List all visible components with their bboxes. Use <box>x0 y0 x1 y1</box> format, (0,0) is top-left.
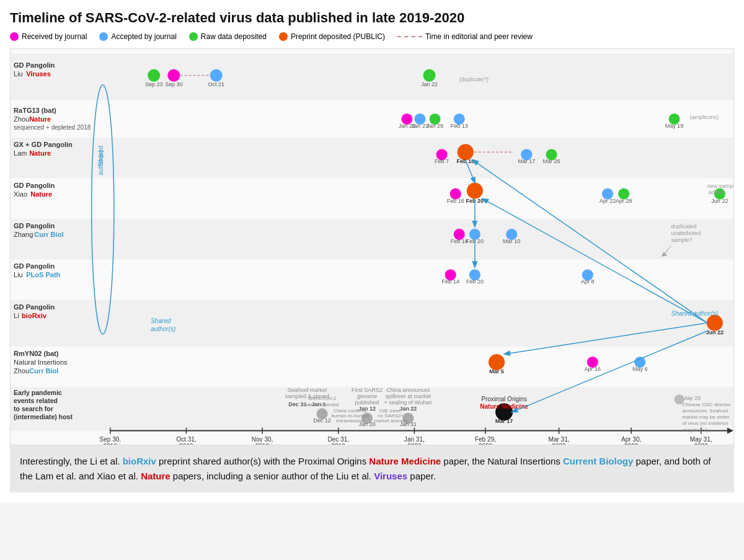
svg-text:Jan 23: Jan 23 <box>412 123 428 129</box>
svg-text:Zhang: Zhang <box>14 231 33 238</box>
svg-text:Mar 26: Mar 26 <box>542 158 560 164</box>
legend: Received by journal Accepted by journal … <box>10 32 734 41</box>
svg-text:genome: genome <box>357 393 378 399</box>
svg-text:First SARS2: First SARS2 <box>352 387 383 393</box>
svg-text:sequenced + depleted 2018: sequenced + depleted 2018 <box>14 124 91 131</box>
svg-text:GD Pangolin: GD Pangolin <box>14 222 55 229</box>
svg-text:RaTG13 (bat): RaTG13 (bat) <box>14 107 56 114</box>
svg-text:(intermediate) host: (intermediate) host <box>14 413 73 420</box>
svg-rect-4 <box>11 219 733 259</box>
svg-text:cases detected: cases detected <box>306 402 339 407</box>
bottom-text-prefix: Interestingly, the Li et al. <box>20 456 123 466</box>
svg-text:Mar 31,: Mar 31, <box>549 436 570 443</box>
svg-point-73 <box>210 69 223 82</box>
preprint-icon <box>279 32 288 41</box>
svg-text:to search for: to search for <box>14 405 53 412</box>
timeline-area: GD Pangolin Liu Viruses RaTG13 (bat) Zho… <box>10 48 734 445</box>
svg-text:Apr 16: Apr 16 <box>585 366 601 372</box>
svg-text:Shared: Shared <box>151 318 171 324</box>
svg-text:Feb 13: Feb 13 <box>451 123 468 129</box>
svg-text:2020: 2020 <box>407 443 422 445</box>
svg-text:(amplicons): (amplicons) <box>690 114 719 120</box>
svg-text:GX + GD Pangolin: GX + GD Pangolin <box>14 141 73 148</box>
svg-text:Mar 17: Mar 17 <box>518 158 535 164</box>
svg-text:PLoS Path: PLoS Path <box>26 271 60 278</box>
bottom-text-middle1: preprint shared author(s) with the Proxi… <box>156 456 369 466</box>
svg-text:Curr Biol: Curr Biol <box>29 367 58 375</box>
svg-text:Nature: Nature <box>30 190 52 198</box>
svg-text:Nov 30,: Nov 30, <box>252 436 273 443</box>
svg-text:Chinese CDC director: Chinese CDC director <box>683 402 731 407</box>
svg-text:Jan 22: Jan 22 <box>421 81 438 87</box>
svg-text:Li: Li <box>14 312 19 319</box>
svg-text:May 19: May 19 <box>665 123 684 129</box>
legend-raw-label: Raw data deposited <box>201 32 267 41</box>
svg-text:May 25: May 25 <box>683 395 701 401</box>
svg-text:Zhou: Zhou <box>14 115 29 123</box>
svg-text:published: published <box>355 399 379 406</box>
svg-text:announces: Seafood: announces: Seafood <box>683 408 728 414</box>
svg-text:Early pandemic: Early pandemic <box>14 389 62 396</box>
svg-text:bioRxiv: bioRxiv <box>22 312 47 319</box>
svg-text:Feb 18: Feb 18 <box>456 158 474 164</box>
legend-raw: Raw data deposited <box>189 32 267 41</box>
svg-text:Oct 21: Oct 21 <box>208 81 224 87</box>
svg-text:Xiao: Xiao <box>14 190 27 198</box>
page-title: Timeline of SARS-CoV-2-related virus dat… <box>10 10 734 26</box>
svg-text:Apr 30,: Apr 30, <box>621 436 641 443</box>
bottom-text-end: papers, including a senior author of the… <box>170 471 374 481</box>
svg-text:GD Pangolin: GD Pangolin <box>14 182 55 189</box>
svg-rect-2 <box>11 138 733 178</box>
svg-text:Feb 16: Feb 16 <box>447 198 464 204</box>
svg-text:spillover at market: spillover at market <box>386 393 432 399</box>
svg-text:Sep 30: Sep 30 <box>165 81 183 87</box>
svg-text:events related: events related <box>14 397 58 404</box>
nature-medicine-link: Nature Medicine <box>369 456 441 466</box>
svg-text:of spillover): of spillover) <box>683 427 708 433</box>
svg-text:Sep 23: Sep 23 <box>145 81 163 87</box>
svg-text:5ARS-CoV-2: 5ARS-CoV-2 <box>308 396 337 401</box>
svg-text:2019: 2019 <box>179 443 193 445</box>
svg-text:2019: 2019 <box>255 443 270 445</box>
svg-text:Feb 7: Feb 7 <box>435 158 449 164</box>
svg-text:Zhou: Zhou <box>14 367 29 375</box>
svg-text:Apr 28: Apr 28 <box>616 198 632 204</box>
viruses-link: Viruses <box>374 471 407 481</box>
svg-text:GD Pangolin: GD Pangolin <box>14 61 55 69</box>
received-icon <box>10 32 19 41</box>
legend-time-label: Time in editorial and peer review <box>425 32 533 41</box>
svg-text:Liu: Liu <box>14 271 23 278</box>
legend-accepted-label: Accepted by journal <box>111 32 176 41</box>
svg-text:Dec 12: Dec 12 <box>313 417 331 424</box>
svg-text:new sample: new sample <box>707 183 733 189</box>
svg-text:unattributed: unattributed <box>671 230 701 236</box>
svg-text:sample?: sample? <box>671 237 692 243</box>
legend-time: Time in editorial and peer review <box>397 32 533 41</box>
svg-text:Apr 8: Apr 8 <box>581 278 595 285</box>
timeline-svg: GD Pangolin Liu Viruses RaTG13 (bat) Zho… <box>11 49 733 445</box>
svg-point-75 <box>423 69 435 82</box>
svg-text:GD Pangolin: GD Pangolin <box>14 303 55 311</box>
svg-text:transmission: transmission <box>336 418 364 424</box>
svg-text:Mar 5: Mar 5 <box>489 368 504 375</box>
svg-text:Nature Medicine: Nature Medicine <box>480 403 528 410</box>
legend-preprint: Preprint deposited (PUBLIC) <box>279 32 385 41</box>
svg-text:May 31,: May 31, <box>690 436 712 443</box>
svg-text:2019: 2019 <box>332 443 346 445</box>
svg-text:2019: 2019 <box>104 443 118 445</box>
bottom-text: Interestingly, the Li et al. bioRxiv pre… <box>10 445 734 492</box>
svg-text:Jan 31,: Jan 31, <box>404 436 425 443</box>
svg-text:of virus (no evidence: of virus (no evidence <box>683 420 729 426</box>
legend-accepted: Accepted by journal <box>99 32 176 41</box>
svg-text:Oct 31,: Oct 31, <box>176 436 196 443</box>
svg-text:Natural Insertions: Natural Insertions <box>14 358 68 366</box>
svg-text:GD Pangolin: GD Pangolin <box>14 262 55 270</box>
svg-text:Mar 17: Mar 17 <box>495 418 513 424</box>
bottom-text-middle2: paper, the Natural Insertions <box>441 456 563 466</box>
svg-text:Seafood market: Seafood market <box>288 387 327 393</box>
raw-icon <box>189 32 198 41</box>
svg-text:Liu: Liu <box>14 70 23 78</box>
dashed-icon <box>397 36 422 37</box>
svg-text:Curr Biol: Curr Biol <box>34 231 63 238</box>
svg-text:Dec 31,: Dec 31, <box>327 436 349 443</box>
